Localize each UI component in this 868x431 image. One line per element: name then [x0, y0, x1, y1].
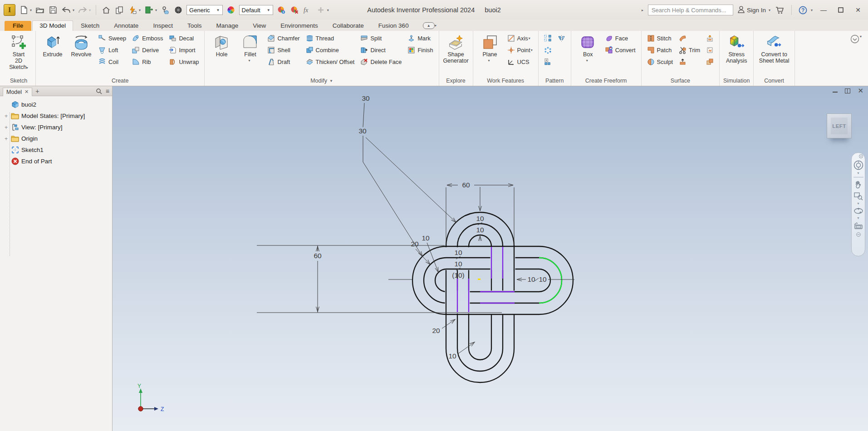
quick-launch-icon[interactable]: [128, 5, 137, 15]
tab-environments[interactable]: Environments: [274, 21, 325, 31]
document-minimize-icon[interactable]: [833, 89, 838, 93]
ucs-button[interactable]: UCS: [505, 56, 535, 68]
draft-button[interactable]: Draft: [265, 56, 302, 68]
stitch-button[interactable]: Stitch: [645, 33, 676, 44]
panel-label-sketch[interactable]: Sketch: [3, 76, 34, 86]
open-folder-icon[interactable]: [35, 5, 45, 15]
freeform-face-button[interactable]: Face: [603, 33, 638, 44]
tree-item-origin[interactable]: + Origin: [0, 133, 112, 144]
help-dropdown[interactable]: ▾: [811, 8, 813, 12]
inventor-logo-icon[interactable]: I: [4, 4, 15, 16]
chamfer-button[interactable]: Chamfer: [265, 33, 302, 44]
search-input[interactable]: Search Help & Commands...: [648, 5, 733, 15]
steering-wheel-icon[interactable]: [853, 160, 864, 171]
expand-icon[interactable]: +: [4, 113, 9, 119]
axis-dropdown[interactable]: ▾: [529, 36, 530, 40]
tab-annotate[interactable]: Annotate: [107, 21, 145, 31]
circular-pattern-button[interactable]: [542, 44, 554, 56]
start-sketch-dropdown[interactable]: ▾: [26, 66, 28, 70]
browser-tab-close-icon[interactable]: ✕: [25, 89, 29, 95]
thicken-offset-button[interactable]: Thicken/ Offset: [304, 56, 357, 68]
new-file-dropdown[interactable]: ▾: [30, 8, 32, 12]
home-icon[interactable]: [101, 5, 111, 15]
coil-button[interactable]: Coil: [96, 56, 128, 68]
sketch-point-yellow[interactable]: [478, 279, 481, 280]
help-icon[interactable]: ?: [798, 5, 808, 15]
fillet-dropdown[interactable]: ▾: [248, 59, 250, 63]
quick-launch-dropdown[interactable]: ▾: [139, 8, 141, 12]
adjust-appearance-icon[interactable]: [276, 5, 286, 15]
panel-label-work-features[interactable]: Work Features: [475, 76, 537, 86]
window-close-button[interactable]: ✕: [852, 4, 864, 16]
sign-in-dropdown[interactable]: ▾: [769, 8, 770, 12]
tree-item-end-of-part[interactable]: End of Part: [0, 156, 112, 167]
search-expand-icon[interactable]: ▸: [642, 8, 643, 12]
color-wheel-icon[interactable]: [226, 5, 236, 15]
delete-surface-button[interactable]: [704, 44, 716, 56]
tab-manage[interactable]: Manage: [209, 21, 245, 31]
loft-button[interactable]: Loft: [96, 44, 128, 56]
tree-item-model-states[interactable]: + Model States: [Primary]: [0, 110, 112, 122]
sketch-scene[interactable]: 60 30 30 10 10 20 10 10 10 (10) 60 10 10…: [113, 86, 868, 431]
tab-tools[interactable]: Tools: [181, 21, 209, 31]
replace-face-button[interactable]: [704, 33, 716, 44]
stress-analysis-button[interactable]: StressAnalysis: [723, 33, 750, 65]
material-select[interactable]: Generic▼: [186, 5, 222, 15]
tab-3d-model[interactable]: 3D Model: [32, 20, 73, 31]
copy-surface-button[interactable]: [704, 56, 716, 68]
ruled-surface-button[interactable]: [677, 33, 702, 44]
zoom-dropdown[interactable]: ▼: [857, 202, 860, 205]
graphics-viewport[interactable]: 60 30 30 10 10 20 10 10 10 (10) 60 10 10…: [113, 86, 868, 431]
sketch-driven-pattern-button[interactable]: [542, 56, 554, 68]
orbit-dropdown[interactable]: ▼: [857, 217, 860, 220]
sign-in-button[interactable]: Sign In: [738, 6, 766, 15]
freeform-box-dropdown[interactable]: ▾: [586, 59, 588, 63]
panel-label-pattern[interactable]: Pattern: [540, 76, 569, 86]
zoom-window-icon[interactable]: [853, 191, 863, 201]
tab-fusion-360[interactable]: Fusion 360: [372, 21, 416, 31]
viewcube[interactable]: LEFT: [827, 113, 852, 138]
patch-button[interactable]: Patch: [645, 44, 676, 56]
mark-button[interactable]: Mark: [405, 33, 435, 44]
undo-icon[interactable]: [61, 5, 71, 15]
add-icon[interactable]: [316, 5, 326, 15]
decal-button[interactable]: Decal: [167, 33, 201, 44]
save-icon[interactable]: [48, 5, 58, 15]
combine-button[interactable]: Combine: [304, 44, 357, 56]
toolbar-overflow-icon[interactable]: ▾: [327, 8, 329, 12]
sweep-button[interactable]: Sweep: [96, 33, 128, 44]
navbar-customize-icon[interactable]: [856, 232, 861, 237]
plane-button[interactable]: Plane ▾: [476, 33, 504, 64]
paste-icon[interactable]: [114, 5, 124, 15]
point-button[interactable]: Point▾: [505, 44, 535, 56]
split-button[interactable]: Split: [358, 33, 404, 44]
ribbon-display-toggle[interactable]: ▲▾: [423, 22, 436, 29]
browser-add-tab-button[interactable]: +: [35, 88, 39, 95]
panel-label-explore[interactable]: Explore: [441, 76, 471, 86]
shape-generator-button[interactable]: ShapeGenerator: [442, 33, 470, 65]
viewcube-face-label[interactable]: LEFT: [831, 118, 848, 134]
extrude-button[interactable]: Extrude: [39, 33, 66, 59]
shell-button[interactable]: Shell: [265, 44, 302, 56]
redo-dropdown[interactable]: ▾: [89, 8, 91, 12]
orbit-icon[interactable]: [853, 206, 864, 216]
panel-label-convert[interactable]: Convert: [755, 76, 793, 86]
derive-button[interactable]: Derive: [130, 44, 165, 56]
fillet-button[interactable]: Fillet ▾: [236, 33, 264, 64]
panel-label-surface[interactable]: Surface: [643, 76, 718, 86]
window-maximize-button[interactable]: [834, 4, 847, 16]
freeform-convert-button[interactable]: Convert: [603, 44, 638, 56]
expand-icon[interactable]: +: [4, 136, 9, 142]
appearance-select[interactable]: Default▼: [239, 5, 273, 15]
navbar-close-icon[interactable]: [859, 154, 863, 158]
start-2d-sketch-button[interactable]: Start2D Sketch ▾: [5, 33, 32, 73]
rib-button[interactable]: Rib: [130, 56, 165, 68]
extend-surface-button[interactable]: [677, 56, 702, 68]
modify-panel-dropdown[interactable]: ▼: [329, 79, 333, 83]
revolve-button[interactable]: Revolve: [68, 33, 95, 59]
tree-item-view[interactable]: + View: [Primary]: [0, 122, 112, 133]
browser-menu-icon[interactable]: ≡: [106, 88, 109, 95]
ribbon-collapse-button[interactable]: ▾: [844, 31, 868, 86]
tab-collaborate[interactable]: Collaborate: [326, 21, 371, 31]
mirror-button[interactable]: [555, 33, 568, 44]
